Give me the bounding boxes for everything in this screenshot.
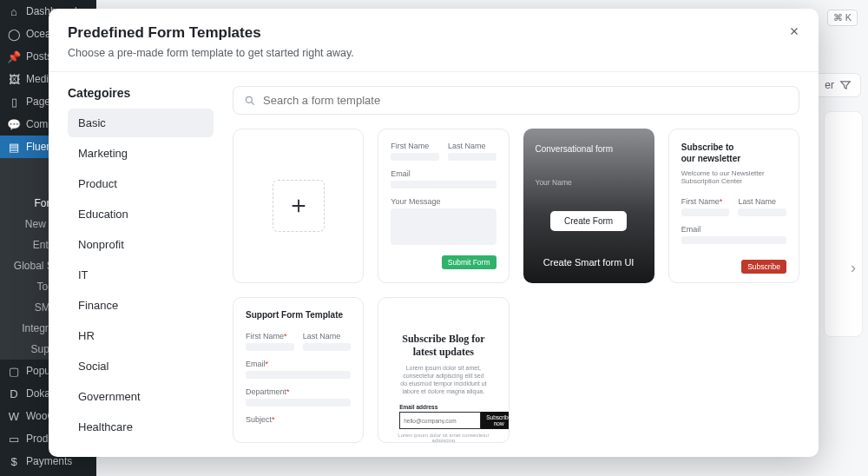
convo-footer: Create Smart form UI (536, 257, 642, 268)
search-input[interactable] (263, 94, 788, 107)
news-sub: Welcome to our Newsletter Subscription C… (681, 169, 786, 185)
convo-title: Conversational form (536, 144, 642, 154)
svg-point-0 (246, 96, 252, 102)
category-item[interactable]: IT (68, 261, 214, 289)
label-email-req: Email (246, 360, 351, 368)
convo-cta-preview: Create Form (550, 211, 627, 231)
menu-icon: 💬 (7, 117, 21, 131)
blog-note: Lorem ipsum dolor sit amet consectetur a… (391, 433, 496, 443)
label-dept-req: Department (246, 387, 351, 396)
menu-icon: $ (7, 454, 21, 468)
template-card-basic[interactable]: First Name Last Name Email Your Message … (378, 129, 509, 283)
menu-icon: ▯ (7, 95, 21, 109)
submit-button-preview: Submit Form (442, 255, 496, 269)
sidebar-item[interactable]: ⫿Analytics (0, 473, 96, 476)
category-item[interactable]: Finance (68, 291, 214, 320)
template-card-blogsubscribe[interactable]: Subscribe Blog for latest updates Lorem … (378, 297, 509, 443)
menu-icon: W (7, 409, 21, 423)
blank-box (273, 180, 325, 232)
category-item[interactable]: Social (68, 352, 214, 380)
subscribe-button-preview: Subscribe (741, 260, 786, 274)
categories-heading: Categoires (68, 86, 214, 100)
label-message: Your Message (391, 197, 496, 206)
menu-icon: 📌 (7, 50, 21, 63)
blog-lorem: Lorem ipsum dolor sit amet, consectetur … (398, 364, 488, 395)
category-item[interactable]: Education (68, 200, 214, 228)
template-modal: Predefined Form Templates Choose a pre-m… (49, 9, 819, 457)
label-subj-req: Subject (246, 415, 351, 424)
blog-subscribe-button-preview: Subscribe now (481, 412, 509, 429)
categories-panel: Categoires BasicMarketingProductEducatio… (49, 72, 214, 457)
label-first-name-req: First Name (246, 332, 294, 340)
menu-icon: D (7, 387, 21, 400)
menu-icon: ▭ (7, 432, 21, 446)
chevron-right-icon: › (851, 259, 856, 277)
close-button[interactable] (784, 21, 805, 42)
template-card-conversational[interactable]: Conversational form Your Name Create For… (523, 129, 654, 283)
category-item[interactable]: HR (68, 321, 214, 350)
category-item[interactable]: Product (68, 169, 214, 198)
convo-yourname: Your Name (536, 178, 642, 187)
menu-icon: ⌂ (7, 4, 21, 18)
filter-chip[interactable]: er (815, 73, 861, 97)
modal-header: Predefined Form Templates Choose a pre-m… (49, 9, 819, 72)
templates-area: First Name Last Name Email Your Message … (214, 72, 819, 457)
news-l2: our newsletter (681, 154, 740, 163)
news-l1: Subscribe to (681, 142, 734, 152)
modal-subtitle: Choose a pre-made form template to get s… (68, 47, 799, 59)
category-item[interactable]: Healthcare (68, 413, 214, 441)
label-email: Email (391, 169, 496, 178)
modal-title: Predefined Form Templates (68, 24, 799, 42)
category-item[interactable]: Nonprofit (68, 230, 214, 259)
template-card-support[interactable]: Support Form Template First Name Last Na… (233, 297, 364, 443)
category-item[interactable]: Basic (68, 109, 214, 137)
sidebar-item-label: Payments (26, 455, 72, 467)
close-icon (788, 25, 800, 37)
blog-heading: Subscribe Blog for latest updates (391, 333, 496, 359)
menu-icon: ▤ (7, 140, 21, 154)
label-last-name: Last Name (738, 197, 786, 206)
menu-icon: ▢ (7, 364, 21, 378)
search-input-wrapper[interactable] (233, 86, 799, 115)
support-title: Support Form Template (246, 310, 351, 320)
label-email: Email (681, 225, 786, 234)
funnel-icon (839, 79, 852, 91)
label-first-name: First Name (391, 142, 439, 150)
label-last-name: Last Name (303, 332, 352, 340)
template-card-newsletter[interactable]: Subscribe toour newsletter Welcome to ou… (668, 129, 799, 283)
category-item[interactable]: Marketing (68, 139, 214, 168)
menu-icon: 🖾 (7, 72, 21, 86)
template-card-blank[interactable] (233, 129, 364, 283)
plus-icon (289, 196, 308, 215)
menu-icon: ◯ (7, 27, 21, 41)
category-item[interactable]: Government (68, 382, 214, 411)
right-panel-ghost (824, 111, 863, 337)
label-first-name-req: First Name (681, 197, 730, 206)
search-icon (244, 95, 256, 107)
blog-email-label: Email address (399, 404, 496, 410)
blog-email-input-preview (399, 412, 481, 429)
label-last-name: Last Name (448, 142, 496, 150)
keyboard-shortcut-badge[interactable]: ⌘ K (827, 10, 858, 26)
